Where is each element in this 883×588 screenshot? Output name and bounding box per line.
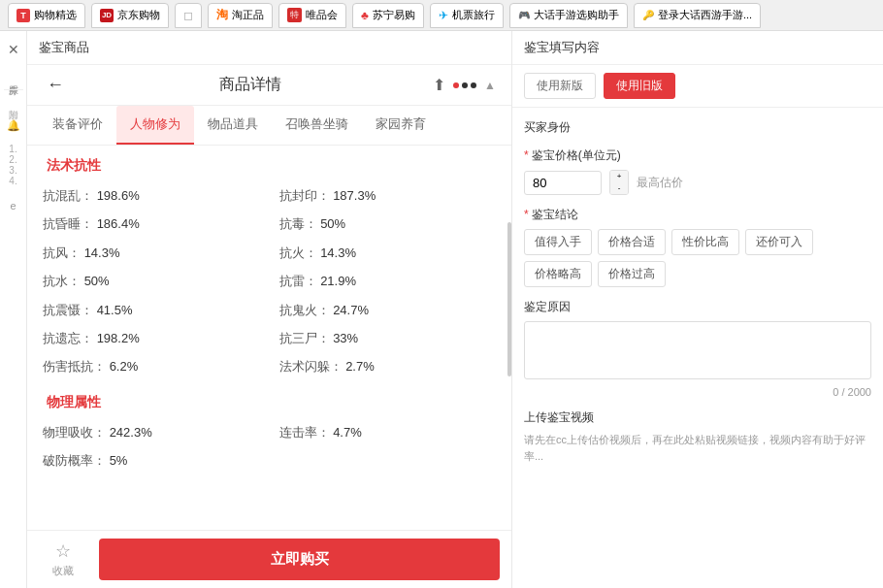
- tab-character[interactable]: 人物修为: [116, 106, 194, 145]
- close-sidebar-button[interactable]: ✕: [3, 39, 24, 60]
- content-tabs: 装备评价 人物修为 物品道具 召唤兽坐骑 家园养育: [27, 106, 511, 146]
- rating-trust[interactable]: 值得入手: [524, 229, 592, 255]
- dot-1: [462, 82, 468, 88]
- tab-suning[interactable]: ♣ 苏宁易购: [352, 3, 424, 28]
- stat-ghost-fire: 抗鬼火： 24.7%: [279, 299, 497, 321]
- sidebar-numbers: 1. 2. 3. 4.: [9, 144, 16, 186]
- share-icon[interactable]: ⬆: [433, 76, 445, 94]
- tab-new-version[interactable]: 使用新版: [524, 73, 596, 99]
- stat-combo: 连击率： 4.7%: [279, 421, 497, 443]
- right-panel-title: 鉴宝填写内容: [524, 40, 600, 54]
- tab-label-login: 登录大话西游手游...: [658, 8, 752, 22]
- price-section: 鉴宝价格(单位元) + - 最高估价: [524, 147, 871, 195]
- rating-high[interactable]: 价格略高: [524, 261, 592, 287]
- rating-cost[interactable]: 性价比高: [671, 229, 739, 255]
- back-button[interactable]: ←: [43, 75, 68, 95]
- physical-section: 物理属性 物理吸收： 242.3% 连击率： 4.7% 破防概率: [43, 394, 496, 473]
- detail-title: 商品详情: [78, 75, 423, 95]
- magic-resistance-section: 法术抗性 抗混乱： 198.6% 抗封印： 187.3% 抗昏睡: [43, 157, 496, 378]
- buy-button[interactable]: 立即购买: [99, 539, 500, 580]
- browser-tab-bar: T 购物精选 JD 京东购物 ◻ 淘 淘正品 特 唯品会 ♣ 苏宁易购 ✈ 机票…: [0, 0, 883, 31]
- right-panel: 鉴宝填写内容 使用新版 使用旧版 买家身份 鉴宝价格(单位元): [512, 31, 883, 588]
- left-panel-header: 鉴宝商品: [27, 31, 511, 65]
- tab-equipment[interactable]: 装备评价: [39, 106, 116, 145]
- stat-damage-resist: 伤害抵抗： 6.2%: [43, 355, 260, 377]
- rating-too-high[interactable]: 价格过高: [598, 261, 666, 287]
- detail-content: 法术抗性 抗混乱： 198.6% 抗封印： 187.3% 抗昏睡: [27, 146, 511, 500]
- price-input[interactable]: [524, 171, 602, 195]
- stepper-down-button[interactable]: -: [610, 182, 628, 194]
- stat-shock: 抗震慑： 41.5%: [43, 299, 260, 321]
- upload-label: 上传鉴宝视频: [524, 409, 871, 426]
- rating-section: 鉴宝结论 值得入手 价格合适 性价比高 还价可入 价格略高 价格过高: [524, 207, 871, 287]
- tab-icon-login: 🔑: [642, 10, 654, 20]
- left-sidebar: ✕ 服务广 附加 🔔 1. 2. 3. 4. e: [0, 31, 27, 588]
- reason-label: 鉴定原因: [524, 299, 871, 315]
- tab-game-helper[interactable]: 🎮 大话手游选购助手: [509, 3, 628, 28]
- stat-thunder: 抗雷： 21.9%: [279, 270, 497, 292]
- price-label: 鉴宝价格(单位元): [524, 147, 871, 164]
- appraisal-form: 买家身份 鉴宝价格(单位元) + - 最高估价: [512, 108, 883, 588]
- reason-section: 鉴定原因 0 / 2000: [524, 299, 871, 398]
- left-panel-title: 鉴宝商品: [39, 40, 89, 54]
- stat-wind: 抗风： 14.3%: [43, 242, 260, 264]
- more-options-icon[interactable]: [453, 82, 476, 88]
- rating-ok[interactable]: 还价可入: [745, 229, 813, 255]
- stat-forget: 抗遗忘： 198.2%: [43, 327, 260, 349]
- tab-shopping-select[interactable]: T 购物精选: [8, 3, 85, 28]
- reason-textarea[interactable]: [524, 321, 871, 379]
- tab-icon-game: 🎮: [518, 10, 530, 20]
- rating-fair[interactable]: 价格合适: [598, 229, 666, 255]
- tab-label-vip: 唯品会: [306, 8, 338, 22]
- highest-price-label: 最高估价: [637, 175, 683, 191]
- tab-blank[interactable]: ◻: [175, 3, 202, 28]
- magic-resistance-grid: 抗混乱： 198.6% 抗封印： 187.3% 抗昏睡： 186.4%: [43, 184, 496, 378]
- stat-three-corpse: 抗三尸： 33%: [279, 327, 497, 349]
- tab-icon-suning: ♣: [361, 9, 369, 22]
- buyer-identity-section: 买家身份: [524, 119, 871, 136]
- bottom-action-bar: ☆ 收藏 立即购买: [27, 530, 511, 588]
- tab-login[interactable]: 🔑 登录大话西游手游...: [634, 3, 761, 28]
- right-tabs: 使用新版 使用旧版: [512, 65, 883, 108]
- tab-label-game: 大话手游选购助手: [534, 8, 619, 22]
- right-panel-header: 鉴宝填写内容: [512, 31, 883, 65]
- stat-phys-absorb: 物理吸收： 242.3%: [43, 421, 260, 443]
- tab-icon-vip: 特: [287, 8, 302, 22]
- detail-content-wrapper: 法术抗性 抗混乱： 198.6% 抗封印： 187.3% 抗昏睡: [27, 146, 511, 530]
- star-icon: ☆: [55, 540, 71, 562]
- tab-summon[interactable]: 召唤兽坐骑: [272, 106, 362, 145]
- stat-chaos: 抗混乱： 198.6%: [43, 184, 260, 207]
- sidebar-divider: [4, 89, 23, 90]
- stat-seal: 抗封印： 187.3%: [279, 184, 497, 207]
- char-count: 0 / 2000: [524, 386, 871, 398]
- stat-poison: 抗毒： 50%: [279, 212, 497, 235]
- price-input-row: + - 最高估价: [524, 170, 871, 195]
- tab-items[interactable]: 物品道具: [194, 106, 272, 145]
- tab-jd[interactable]: JD 京东购物: [91, 3, 169, 28]
- tab-garden[interactable]: 家园养育: [362, 106, 440, 145]
- sidebar-icon-e[interactable]: e: [10, 200, 16, 212]
- tab-icon-flight: ✈: [439, 9, 448, 22]
- stat-magic-dodge: 法术闪躲： 2.7%: [279, 355, 497, 377]
- upload-section: 上传鉴宝视频 请先在cc上传估价视频后，再在此处粘贴视频链接，视频内容有助于好评…: [524, 409, 871, 464]
- tab-taobao[interactable]: 淘 淘正品: [208, 3, 273, 28]
- price-stepper: + -: [609, 170, 629, 195]
- dot-2: [471, 82, 476, 88]
- tab-icon-t: T: [16, 9, 30, 22]
- tab-old-version[interactable]: 使用旧版: [604, 73, 675, 99]
- physical-grid: 物理吸收： 242.3% 连击率： 4.7% 破防概率： 5%: [43, 421, 496, 473]
- tab-icon-taobao: 淘: [216, 7, 228, 23]
- tab-label-flight: 机票旅行: [452, 8, 495, 22]
- detail-header: ← 商品详情 ⬆ ▲: [27, 65, 511, 106]
- dot-red: [453, 82, 459, 88]
- chevron-up-icon[interactable]: ▲: [484, 79, 496, 92]
- tab-vip[interactable]: 特 唯品会: [278, 3, 346, 28]
- sidebar-icon-bell[interactable]: 🔔: [7, 119, 20, 132]
- scroll-indicator: [507, 222, 511, 376]
- favorite-button[interactable]: ☆ 收藏: [39, 540, 87, 578]
- tab-flight[interactable]: ✈ 机票旅行: [430, 3, 504, 28]
- stat-fire: 抗火： 14.3%: [279, 242, 497, 264]
- tab-icon-jd: JD: [100, 9, 114, 22]
- stepper-up-button[interactable]: +: [610, 171, 628, 182]
- tab-label-taobao: 淘正品: [232, 8, 264, 22]
